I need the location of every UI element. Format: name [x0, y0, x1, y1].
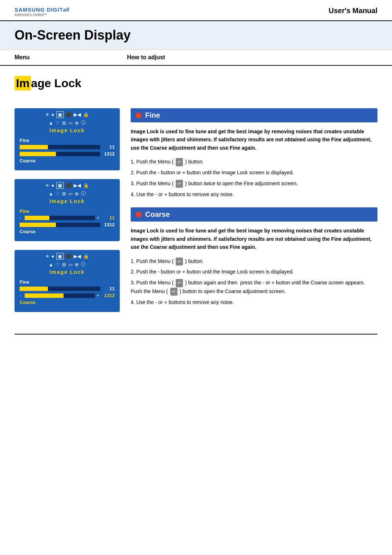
icon-arrow-3: ▶◀ [74, 254, 81, 259]
osd-fine-value-3: 11 [102, 286, 115, 291]
osd-coarse-bar-2 [20, 223, 100, 227]
fine-step-1: 1. Push the Menu ( ↵ ) button. [131, 158, 377, 166]
osd-fine-fill-1 [20, 145, 48, 149]
menu-icon-coarse-3a: ↵ [176, 279, 183, 287]
fine-step-4: 4. Use the - or + buttons to remove any … [131, 190, 377, 199]
osd-fine-label-3: Fine [20, 279, 115, 285]
coarse-description: Image Lock is used to fine tune and get … [131, 227, 377, 251]
osd-icons-row-1b: ▲ ♡ ⊞ ▭ ⊕ ⓘ [15, 119, 119, 127]
menu-icon-coarse-3b: ↵ [170, 288, 177, 296]
fine-step-3: 3. Push the Menu ( ↵ ) button twice to o… [131, 179, 377, 188]
manual-title: User's Manual [328, 7, 377, 15]
coarse-step-4: 4. Use the - or + buttons to remove any … [131, 298, 377, 307]
coarse-steps: 1. Push the Menu ( ↵ ) button. 2. Push t… [131, 257, 377, 307]
icon-triangle-3: ▲ [49, 262, 53, 267]
coarse-step-1: 1. Push the Menu ( ↵ ) button. [131, 257, 377, 266]
icon-image-2: ▣ [56, 182, 64, 189]
fine-dot [136, 113, 142, 118]
fine-description: Image Lock is used to fine tune and get … [131, 127, 377, 152]
osd-icons-row-3: ✳ ● ▣ ⬛ ▶◀ 🔒 [15, 251, 119, 261]
osd-coarse-minus-3: - [20, 293, 23, 298]
coarse-dot [136, 212, 142, 218]
coarse-section-header: Coarse [131, 207, 377, 222]
osd-icons-row-2: ✳ ● ▣ ⬛ ▶◀ 🔒 [15, 180, 119, 190]
instructions-column: Fine Image Lock is used to fine tune and… [131, 108, 377, 316]
icon-lock: 🔒 [83, 112, 89, 117]
icon-brightness: ✳ [45, 112, 49, 117]
osd-fine-bar-3 [20, 287, 100, 291]
osd-coarse-fill-1 [20, 152, 56, 156]
osd-fine-plus-2: + [97, 215, 100, 220]
osd-coarse-label-1: Coarse [20, 158, 115, 163]
osd-fine-fill-3 [20, 287, 48, 291]
icon-info-3: ⓘ [81, 261, 86, 268]
osd-title-1: Image Lock [15, 127, 119, 135]
coarse-header-text: Coarse [145, 210, 170, 219]
icon-plus-circle-2: ⊕ [75, 191, 79, 197]
icon-heart: ♡ [56, 120, 60, 126]
osd-coarse-label-3: Coarse [20, 300, 115, 305]
osd-fine-bar-row-2: - + 11 [20, 215, 115, 220]
icon-brightness-3: ✳ [45, 254, 49, 259]
icon-square: ▭ [68, 120, 73, 126]
osd-icons-row-1: ✳ ● ▣ ⬛ ▶◀ 🔒 [15, 109, 119, 119]
icon-lock-3: 🔒 [83, 254, 89, 259]
menu-icon-fine-3: ↵ [176, 180, 183, 188]
icon-triangle-2: ▲ [49, 191, 53, 197]
icon-brightness-2: ✳ [45, 183, 49, 188]
content-area: Image Lock [0, 66, 392, 90]
icon-square-2: ▭ [68, 191, 73, 197]
coarse-step-2: 2. Push the - button or + button until t… [131, 268, 377, 276]
icon-square-3: ▭ [68, 262, 73, 267]
osd-coarse-value-1: 1312 [102, 151, 115, 157]
icon-copy-2: ⬛ [66, 183, 72, 188]
icon-arrow: ▶◀ [74, 112, 81, 117]
page-header: SAMSUNG DIGITall everyone's invited™ Use… [0, 0, 392, 21]
icon-copy-3: ⬛ [66, 254, 72, 259]
menu-icon-fine-1: ↵ [176, 158, 183, 166]
icon-circle-3: ● [52, 254, 54, 259]
osd-fine-label-2: Fine [20, 208, 115, 214]
osd-body-2: Fine - + 11 1312 Coarse [15, 206, 119, 238]
osd-coarse-fill-3 [25, 293, 64, 298]
osd-title-3: Image Lock [15, 268, 119, 277]
icon-triangle: ▲ [49, 120, 53, 126]
menu-column-header: Menu [15, 54, 127, 61]
column-headers: Menu How to adjust [0, 50, 392, 66]
image-lock-heading: Image Lock [15, 77, 377, 90]
icon-circle-2: ● [52, 183, 54, 188]
osd-panel-2: ✳ ● ▣ ⬛ ▶◀ 🔒 ▲ ♡ ⊞ ▭ ⊕ ⓘ Image Lock Fine… [15, 179, 120, 241]
osd-fine-fill-2 [25, 216, 49, 220]
osd-fine-value-1: 11 [102, 144, 115, 150]
icon-image-3: ▣ [56, 253, 64, 260]
icon-lock-2: 🔒 [83, 183, 89, 188]
samsung-logo: SAMSUNG DIGITall [15, 7, 69, 13]
icon-circle: ● [52, 112, 54, 117]
page-title-section: On-Screen Display [0, 21, 392, 50]
osd-coarse-bar-row-1: 1312 [20, 151, 115, 157]
osd-coarse-bar-row-2: 1312 [20, 222, 115, 227]
osd-coarse-value-3: 1312 [102, 293, 115, 298]
osd-fine-bar-row-1: 11 [20, 144, 115, 150]
logo-area: SAMSUNG DIGITall everyone's invited™ [15, 7, 69, 17]
page-title: On-Screen Display [15, 28, 377, 43]
fine-step-2: 2. Push the - button or + button until t… [131, 169, 377, 177]
osd-coarse-bar-1 [20, 152, 100, 156]
icon-plus-circle: ⊕ [75, 120, 79, 126]
logo-tagline: everyone's invited™ [15, 13, 69, 17]
icon-heart-3: ♡ [56, 262, 60, 267]
fine-steps: 1. Push the Menu ( ↵ ) button. 2. Push t… [131, 158, 377, 199]
osd-body-1: Fine 11 1312 Coarse [15, 135, 119, 167]
osd-fine-bar-1 [20, 145, 100, 149]
image-lock-highlight: Im [15, 76, 31, 90]
logo-all: all [63, 7, 69, 13]
icon-plus-circle-3: ⊕ [75, 262, 79, 267]
osd-title-2: Image Lock [15, 198, 119, 206]
osd-fine-bar-row-3: 11 [20, 286, 115, 291]
osd-body-3: Fine 11 - + 1312 Coarse [15, 277, 119, 308]
osd-fine-minus-2: - [20, 215, 23, 220]
osd-fine-label-1: Fine [20, 138, 115, 143]
icon-info: ⓘ [81, 119, 86, 126]
fine-header-text: Fine [145, 111, 160, 119]
osd-coarse-bar-row-3: - + 1312 [20, 293, 115, 298]
